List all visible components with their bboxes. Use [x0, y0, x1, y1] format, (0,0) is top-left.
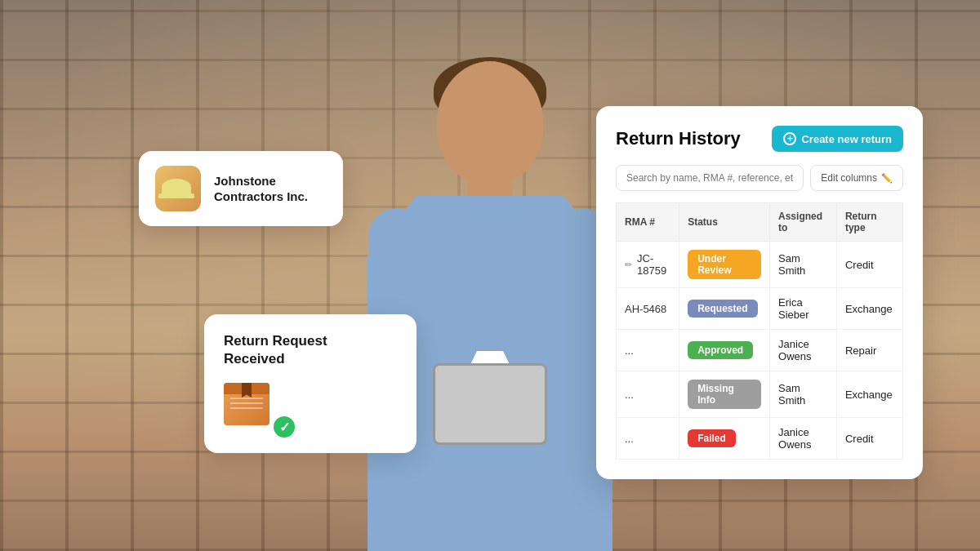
rma-number-cell: ...: [617, 330, 679, 371]
panel-title: Return History: [616, 128, 741, 149]
assigned-to-cell: Sam Smith: [770, 242, 837, 288]
search-input[interactable]: [616, 165, 804, 191]
status-cell: Failed: [679, 418, 770, 460]
rma-number-cell: ✏JC-18759: [617, 242, 679, 288]
status-cell: Approved: [679, 330, 770, 371]
status-cell: Missing Info: [679, 371, 770, 418]
return-request-title: Return RequestReceived: [224, 332, 397, 368]
table-body: ✏JC-18759Under ReviewSam SmithCreditAH-5…: [617, 242, 903, 460]
table-row[interactable]: ...Missing InfoSam SmithExchange: [617, 371, 903, 418]
col-header-type: Return type: [836, 203, 902, 242]
row-edit-icon[interactable]: ✏: [625, 260, 632, 270]
status-badge: Missing Info: [688, 380, 761, 409]
table-row[interactable]: ✏JC-18759Under ReviewSam SmithCredit: [617, 242, 903, 288]
person-tablet: [433, 363, 547, 445]
status-cell: Requested: [679, 288, 770, 330]
package-icon: [224, 383, 270, 425]
rma-number-cell: ...: [617, 418, 679, 460]
table-header: RMA # Status Assigned to Return type: [617, 203, 903, 242]
create-return-button[interactable]: + Create new return: [772, 126, 903, 152]
return-history-panel: Return History + Create new return Edit …: [596, 106, 923, 479]
status-badge: Approved: [688, 341, 753, 359]
assigned-to-cell: Sam Smith: [770, 371, 837, 418]
panel-header: Return History + Create new return: [616, 126, 903, 152]
col-header-status: Status: [679, 203, 770, 242]
edit-columns-button[interactable]: Edit columns ✏️: [810, 165, 903, 191]
table-row[interactable]: ...FailedJanice OwensCredit: [617, 418, 903, 460]
search-row: Edit columns ✏️: [616, 165, 903, 191]
contractor-card: Johnstone Contractors Inc.: [139, 151, 343, 226]
col-header-rma: RMA #: [617, 203, 679, 242]
person-head: [437, 61, 543, 184]
return-type-cell: Exchange: [836, 371, 902, 418]
contractor-avatar: [155, 166, 201, 211]
status-cell: Under Review: [679, 242, 770, 288]
assigned-to-cell: Janice Owens: [770, 330, 837, 371]
return-type-cell: Credit: [836, 418, 902, 460]
hard-hat-icon: [162, 179, 191, 195]
status-badge: Under Review: [688, 250, 761, 279]
rma-table: RMA # Status Assigned to Return type ✏JC…: [616, 202, 903, 460]
assigned-to-cell: Janice Owens: [770, 418, 837, 460]
plus-icon: +: [783, 132, 796, 145]
col-header-assigned: Assigned to: [770, 203, 837, 242]
status-badge: Failed: [688, 429, 736, 447]
bookmark-icon: [242, 383, 252, 398]
table-row[interactable]: AH-5468RequestedErica SieberExchange: [617, 288, 903, 330]
return-request-card: Return RequestReceived: [204, 314, 416, 453]
table-row[interactable]: ...ApprovedJanice OwensRepair: [617, 330, 903, 371]
edit-icon: ✏️: [881, 173, 893, 184]
status-badge: Requested: [688, 300, 757, 318]
checkmark-icon: [271, 414, 297, 440]
return-type-cell: Credit: [836, 242, 902, 288]
assigned-to-cell: Erica Sieber: [770, 288, 837, 330]
return-type-cell: Repair: [836, 330, 902, 371]
return-type-cell: Exchange: [836, 288, 902, 330]
rma-number-cell: AH-5468: [617, 288, 679, 330]
contractor-name: Johnstone Contractors Inc.: [214, 173, 327, 205]
rma-number-cell: ...: [617, 371, 679, 418]
